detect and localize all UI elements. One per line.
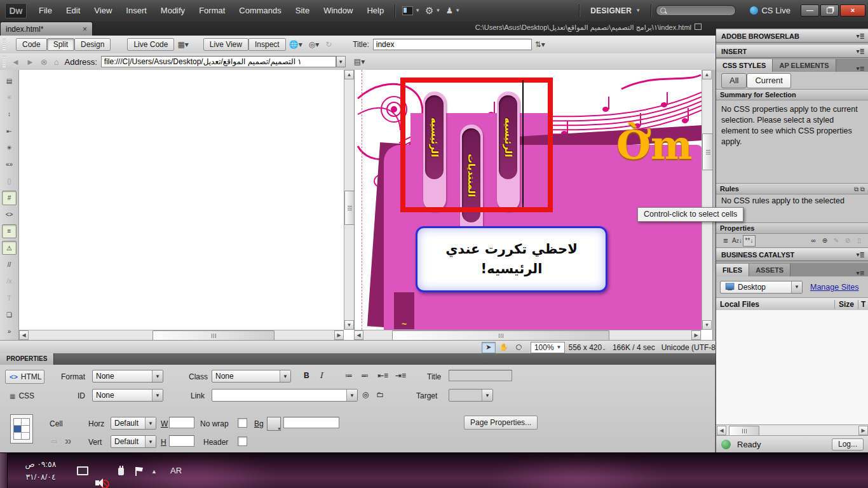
home-icon[interactable]: ⌂ [51, 57, 62, 67]
address-list-icon[interactable]: ▤▾ [351, 57, 368, 66]
line-numbers-icon[interactable]: # [2, 191, 17, 205]
recent-snippets-icon[interactable]: ❏ [2, 308, 17, 322]
properties-tab[interactable]: PROPERTIES [0, 353, 54, 365]
highlight-invalid-code-icon[interactable]: <> [2, 208, 17, 222]
design-horizontal-scrollbar[interactable]: ◀ ▶ [354, 330, 702, 341]
site-menu-button[interactable]: ♟▼ [443, 6, 463, 15]
tab-files[interactable]: FILES [716, 264, 749, 276]
menu-format[interactable]: Format [192, 0, 232, 21]
unordered-list-icon[interactable]: ≔ [345, 371, 354, 380]
split-view-button[interactable]: Split [47, 38, 74, 51]
scroll-down-icon[interactable]: ▼ [702, 320, 712, 330]
insert-panel-header[interactable]: INSERT▾≣ [716, 44, 868, 58]
code-vertical-scrollbar[interactable]: ▲ ▼ [344, 70, 355, 330]
scroll-left-icon[interactable]: ◀ [19, 330, 29, 340]
language-indicator[interactable]: AR [170, 466, 182, 475]
extend-dreamweaver-button[interactable]: ⚙▼ [423, 5, 443, 17]
volume-muted-tray-icon[interactable] [94, 477, 108, 488]
format-select[interactable]: None▼ [92, 370, 163, 383]
new-css-rule-icon[interactable]: ⊕ [819, 236, 831, 246]
menu-window[interactable]: Window [316, 0, 360, 21]
attach-style-sheet-icon[interactable]: ∞ [808, 236, 819, 246]
document-tab[interactable]: index.html* × [0, 22, 93, 36]
scroll-up-icon[interactable]: ▲ [344, 70, 354, 79]
code-view-button[interactable]: Code [16, 38, 47, 51]
hand-tool-icon[interactable]: ✋ [497, 342, 511, 353]
italic-button[interactable]: I [320, 371, 323, 380]
preview-in-browser-icon[interactable]: 🌐▾ [286, 40, 306, 49]
select-tool-icon[interactable]: ➤ [482, 342, 496, 353]
collapse-selection-icon[interactable]: ⇤ [2, 124, 17, 138]
log-button[interactable]: Log... [832, 438, 864, 451]
select-parent-tag-icon[interactable]: «» [2, 158, 17, 172]
show-desktop-button[interactable] [0, 453, 8, 488]
taskbar-clock[interactable]: ٠٩:٥٨ ص ٣١/٠٨/٠٤ [14, 458, 67, 484]
panel-menu-icon[interactable]: ▾≣ [857, 269, 865, 276]
design-view[interactable]: الرئيسيه المنتديات الرئيسيه Ờm لاحظي تكر… [354, 70, 702, 330]
word-wrap-icon[interactable]: ≡ [2, 224, 17, 238]
menu-help[interactable]: Help [360, 0, 391, 21]
hidden-icons-chevron[interactable]: ▲ [151, 468, 157, 475]
panel-menu-icon[interactable]: ▾≣ [857, 30, 865, 42]
search-input[interactable] [656, 5, 736, 16]
column-type[interactable]: T [858, 300, 868, 309]
network-tray-icon[interactable] [75, 466, 89, 477]
document-title-input[interactable] [373, 39, 532, 50]
browse-folder-icon[interactable]: 🗀 [376, 390, 384, 399]
css-current-button[interactable]: Current [747, 73, 790, 88]
files-horizontal-scrollbar[interactable]: ◀ ▶ [716, 424, 868, 436]
zoom-tool-icon[interactable] [512, 342, 526, 353]
panel-menu-icon[interactable]: ▾≣ [857, 45, 865, 57]
design-view-button[interactable]: Design [74, 38, 111, 51]
close-button[interactable]: × [840, 4, 865, 17]
panel-menu-icon[interactable]: ▾≣ [857, 65, 865, 72]
open-documents-icon[interactable]: ▤ [2, 74, 17, 88]
code-horizontal-scrollbar[interactable]: ◀ ▶ [19, 330, 344, 341]
syntax-error-alerts-icon[interactable]: ⚠ [2, 241, 17, 255]
split-cell-icon[interactable]: ϶϶ [62, 436, 74, 446]
point-to-file-icon[interactable]: ◎ [362, 390, 369, 399]
address-dropdown-icon[interactable]: ▼ [336, 56, 346, 67]
scroll-down-icon[interactable]: ▼ [344, 320, 354, 330]
tab-ap-elements[interactable]: AP ELEMENTS [773, 59, 836, 72]
width-input[interactable] [169, 417, 194, 428]
class-select[interactable]: None▼ [212, 370, 291, 383]
minimize-button[interactable]: — [801, 4, 819, 17]
manage-sites-link[interactable]: Manage Sites [810, 283, 858, 292]
scroll-right-icon[interactable]: ▶ [691, 330, 701, 340]
menu-modify[interactable]: Modify [154, 0, 192, 21]
refresh-icon[interactable]: ↻ [322, 40, 335, 49]
scroll-right-icon[interactable]: ▶ [334, 330, 344, 340]
stop-icon[interactable]: ⊗ [37, 57, 51, 67]
header-checkbox[interactable] [238, 437, 247, 446]
design-message-box[interactable]: لاحظي تكررت عندي الرئيسيه! [416, 226, 607, 292]
column-local-files[interactable]: Local Files [716, 300, 834, 309]
menu-insert[interactable]: Insert [119, 0, 154, 21]
tab-assets[interactable]: ASSETS [749, 264, 790, 276]
cs-live-button[interactable]: CS Live [750, 6, 790, 15]
height-input[interactable] [169, 435, 194, 447]
scroll-up-icon[interactable]: ▲ [702, 70, 712, 79]
power-tray-icon[interactable] [114, 466, 128, 477]
workspace-switcher[interactable]: DESIGNER▼ [584, 6, 647, 15]
link-combobox[interactable]: ▼ [212, 389, 358, 402]
browserlab-panel-header[interactable]: ADOBE BROWSERLAB▾≣ [716, 29, 868, 43]
zoom-level-select[interactable]: 100%▼ [531, 342, 565, 353]
layout-switcher-button[interactable]: ▼ [400, 6, 423, 15]
site-select[interactable]: Desktop▼ [720, 281, 803, 294]
id-select[interactable]: None▼ [92, 389, 163, 402]
scroll-right-icon[interactable]: ▶ [858, 426, 868, 435]
restore-down-icon[interactable] [695, 24, 702, 30]
code-view[interactable] [19, 70, 344, 330]
html-mode-button[interactable]: <>HTML [5, 370, 44, 384]
outdent-icon[interactable]: ⇤≡ [377, 371, 388, 380]
menu-edit[interactable]: Edit [59, 0, 87, 21]
menu-commands[interactable]: Commands [232, 0, 288, 21]
action-center-flag-icon[interactable] [132, 466, 146, 477]
column-size[interactable]: Size [834, 300, 858, 309]
file-management-icon[interactable]: ⇅▾ [532, 40, 548, 49]
menu-file[interactable]: File [32, 0, 59, 21]
bg-color-swatch[interactable]: ▾ [267, 417, 281, 431]
menu-site[interactable]: Site [288, 0, 316, 21]
window-size-select[interactable]: 556 x 420⌄ [569, 343, 606, 352]
